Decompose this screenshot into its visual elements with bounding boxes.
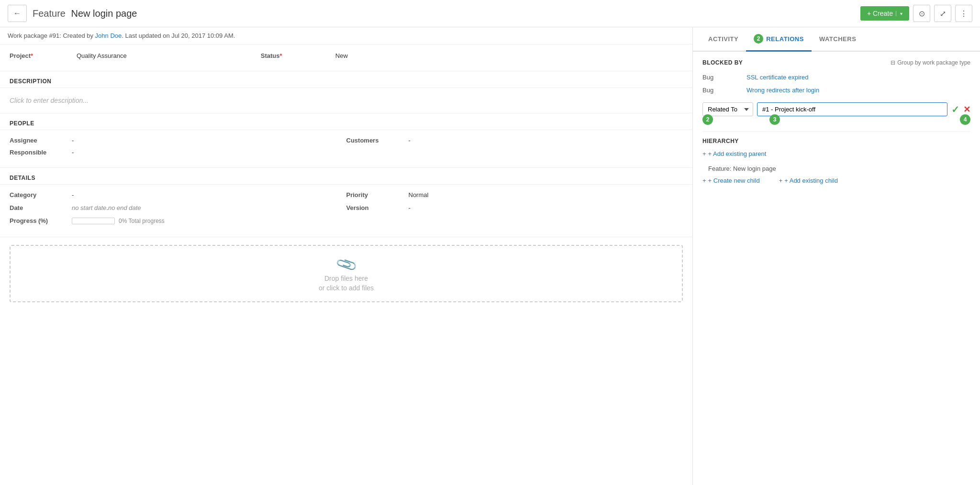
project-status-section: Project* Quality Assurance Status* New xyxy=(0,44,692,71)
author-link[interactable]: John Doe xyxy=(95,32,122,39)
status-value[interactable]: New xyxy=(335,52,348,59)
tab-watchers-label: WATCHERS xyxy=(819,35,856,43)
date-no-end[interactable]: no end date xyxy=(108,204,141,211)
add-parent-link[interactable]: + + Add existing parent xyxy=(702,150,970,157)
drop-zone[interactable]: 📎 Drop files here or click to add files xyxy=(10,245,683,302)
add-parent-icon: + xyxy=(702,150,706,157)
add-existing-child-link[interactable]: + + Add existing child xyxy=(779,177,838,184)
hierarchy-self: Feature: New login page xyxy=(702,162,970,177)
left-panel: Work package #91: Created by John Doe. L… xyxy=(0,27,693,485)
description-header: DESCRIPTION xyxy=(0,71,692,88)
customers-row: Customers - xyxy=(346,137,683,144)
create-button[interactable]: + Create ▾ xyxy=(860,6,909,21)
meta-bar: Work package #91: Created by John Doe. L… xyxy=(0,27,692,44)
responsible-row: Responsible - xyxy=(10,149,346,156)
progress-label: Progress (%) xyxy=(10,217,72,224)
more-button[interactable]: ⋮ xyxy=(955,5,972,22)
work-package-name: New login page xyxy=(71,8,137,19)
meta-text: Work package #91: Created by xyxy=(8,32,95,39)
tab-activity[interactable]: ACTIVITY xyxy=(701,27,746,52)
relation-cancel-button[interactable]: ✕ xyxy=(963,104,970,115)
details-grid: Category - Date no start date . no end d… xyxy=(10,191,683,230)
relation-link-1[interactable]: Wrong redirects after login xyxy=(746,87,819,94)
status-label: Status* xyxy=(261,52,328,59)
people-right-col: Customers - xyxy=(346,137,683,161)
date-row: Date no start date . no end date xyxy=(10,204,346,211)
group-by-button[interactable]: ⊟ Group by work package type xyxy=(891,59,970,66)
group-by-icon: ⊟ xyxy=(891,59,895,66)
progress-row: Progress (%) 0% Total progress xyxy=(10,217,346,224)
header: ← Feature New login page + Create ▾ ⊙ ⤢ … xyxy=(0,0,980,27)
responsible-label: Responsible xyxy=(10,149,72,156)
hierarchy-title: HIERARCHY xyxy=(702,138,970,144)
step-bubble-3: 3 xyxy=(769,114,780,125)
description-area[interactable]: Click to enter description... xyxy=(0,88,692,113)
relations-content: BLOCKED BY ⊟ Group by work package type … xyxy=(693,52,980,192)
progress-bar-outer xyxy=(72,218,115,224)
tab-relations-label: RELATIONS xyxy=(766,35,804,43)
priority-label: Priority xyxy=(346,191,409,198)
version-label: Version xyxy=(346,204,409,211)
description-placeholder[interactable]: Click to enter description... xyxy=(10,95,683,106)
blocked-by-title: BLOCKED BY xyxy=(702,59,743,66)
assignee-value[interactable]: - xyxy=(72,137,74,144)
version-value[interactable]: - xyxy=(409,204,411,211)
date-no-start[interactable]: no start date xyxy=(72,204,106,211)
hierarchy-section: HIERARCHY + + Add existing parent Featur… xyxy=(702,132,970,184)
right-panel: ACTIVITY 2 RELATIONS WATCHERS BLOCKED BY… xyxy=(693,27,980,485)
relation-search-input[interactable] xyxy=(757,102,947,116)
project-label: Project* xyxy=(10,52,77,59)
page-title: Feature New login page xyxy=(33,8,860,19)
date-label: Date xyxy=(10,204,72,211)
relation-link-0[interactable]: SSL certificate expired xyxy=(746,74,809,81)
priority-value[interactable]: Normal xyxy=(409,191,429,198)
create-child-link[interactable]: + + Create new child xyxy=(702,177,760,184)
details-left-col: Category - Date no start date . no end d… xyxy=(10,191,346,230)
step-bubble-4: 4 xyxy=(960,114,970,125)
relation-item: Bug Wrong redirects after login xyxy=(702,84,970,97)
responsible-value[interactable]: - xyxy=(72,149,74,156)
relations-badge: 2 xyxy=(754,34,763,44)
people-fields: Assignee - Responsible - Customers - xyxy=(10,137,683,161)
drop-zone-line1: Drop files here xyxy=(324,275,368,282)
add-parent-label: + Add existing parent xyxy=(708,150,767,157)
people-section: Assignee - Responsible - Customers - xyxy=(0,130,692,168)
tab-relations[interactable]: 2 RELATIONS xyxy=(746,27,812,52)
category-label: Category xyxy=(10,191,72,198)
tab-watchers[interactable]: WATCHERS xyxy=(812,27,864,52)
blocked-by-header-row: BLOCKED BY ⊟ Group by work package type xyxy=(702,59,970,66)
work-package-type: Feature xyxy=(33,8,66,19)
tab-activity-label: ACTIVITY xyxy=(708,35,738,43)
create-child-icon: + xyxy=(702,177,706,184)
customers-value[interactable]: - xyxy=(409,137,411,144)
relation-type-1: Bug xyxy=(702,87,741,94)
fullscreen-icon: ⤢ xyxy=(940,9,946,18)
relation-type-0: Bug xyxy=(702,74,741,81)
category-row: Category - xyxy=(10,191,346,198)
header-actions: + Create ▾ ⊙ ⤢ ⋮ xyxy=(860,5,972,22)
people-header: PEOPLE xyxy=(0,113,692,130)
customers-label: Customers xyxy=(346,137,409,144)
project-required: * xyxy=(31,52,33,59)
back-icon: ← xyxy=(13,9,21,18)
create-dropdown-arrow: ▾ xyxy=(896,11,902,16)
assignee-row: Assignee - xyxy=(10,137,346,144)
category-value[interactable]: - xyxy=(72,191,74,198)
tabs: ACTIVITY 2 RELATIONS WATCHERS xyxy=(693,27,980,52)
back-button[interactable]: ← xyxy=(8,5,27,22)
add-existing-child-icon: + xyxy=(779,177,783,184)
add-relation-row: Related To Blocks Blocked By Precedes Fo… xyxy=(702,102,970,116)
relation-confirm-button[interactable]: ✓ xyxy=(951,104,959,115)
visibility-button[interactable]: ⊙ xyxy=(913,5,930,22)
priority-row: Priority Normal xyxy=(346,191,683,198)
relation-type-select[interactable]: Related To Blocks Blocked By Precedes Fo… xyxy=(702,102,753,116)
people-left-col: Assignee - Responsible - xyxy=(10,137,346,161)
step-bubble-2: 2 xyxy=(702,114,713,125)
project-value[interactable]: Quality Assurance xyxy=(77,52,127,59)
version-row: Version - xyxy=(346,204,683,211)
progress-text: 0% Total progress xyxy=(119,218,165,224)
group-by-label: Group by work package type xyxy=(897,59,970,66)
relation-item: Bug SSL certificate expired xyxy=(702,71,970,84)
fullscreen-button[interactable]: ⤢ xyxy=(934,5,951,22)
main-layout: Work package #91: Created by John Doe. L… xyxy=(0,27,980,485)
